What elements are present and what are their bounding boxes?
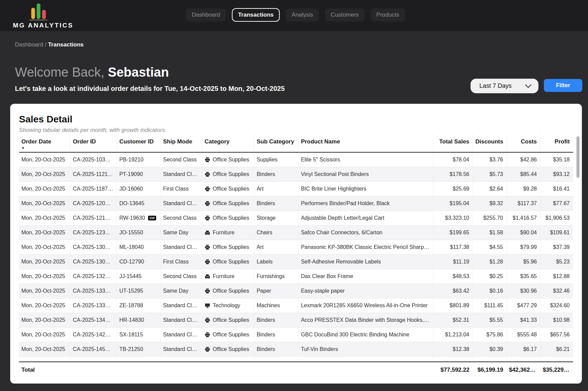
ship-mode-cell: Standard Class	[161, 167, 202, 182]
total-sales-cell: $1,213.04	[433, 328, 473, 342]
order-id-cell: CA-2025-120225	[70, 196, 117, 211]
scrollbar-thumb[interactable]	[576, 136, 580, 178]
sub-category-cell: Binders	[254, 196, 298, 211]
table-row[interactable]: Mon, 20-Oct-2025 CA-2025-130122 ML-18040…	[19, 240, 573, 255]
column-header-order-id[interactable]: Order ID	[70, 134, 117, 152]
ship-mode-cell: Standard Class	[161, 357, 202, 362]
table-row[interactable]: Mon, 20-Oct-2025 CA-2025-103132 PB-19210…	[19, 153, 573, 167]
order-date-cell: Mon, 20-Oct-2025	[19, 357, 70, 362]
table-row[interactable]: Mon, 20-Oct-2025 CA-2025-142887 SX-18115…	[19, 328, 573, 342]
discounts-cell: $0.39	[473, 342, 507, 357]
category-cell: Office Supplies	[202, 167, 254, 182]
table-row[interactable]: Mon, 20-Oct-2025 CA-2025-112119 PT-19090…	[19, 167, 573, 182]
nav-tab-transactions[interactable]: Transactions	[232, 8, 280, 22]
total-costs-value: $42,362.53	[507, 362, 540, 377]
nav-tab-products[interactable]: Products	[371, 8, 405, 21]
table-row[interactable]: Mon, 20-Oct-2025 CA-2025-134243 HR-14830…	[19, 313, 573, 328]
table-row[interactable]: Mon, 20-Oct-2025 CA-2025-156116 RC-10825…	[19, 357, 573, 362]
column-header-discounts[interactable]: Discounts	[473, 134, 507, 152]
order-id-cell: CA-2025-130527	[70, 255, 117, 269]
column-header-ship-mode[interactable]: Ship Mode	[161, 134, 202, 152]
armchair-icon	[205, 230, 210, 235]
sort-desc-icon: ▼	[21, 146, 67, 150]
breadcrumb-separator: /	[45, 41, 48, 48]
profit-cell: $93.12	[540, 167, 573, 182]
total-sales-cell: $48.53	[433, 269, 473, 284]
order-id-cell: CA-2025-103132	[70, 153, 117, 167]
product-name-cell: GBC DocuBind 300 Electric Binding Machin…	[298, 328, 433, 342]
table-row[interactable]: Mon, 20-Oct-2025 CA-2025-130527 CD-12790…	[19, 255, 573, 269]
product-name-cell: Adjustable Depth Letter/Legal Cart	[298, 211, 433, 226]
monitor-icon	[205, 303, 210, 308]
column-header-costs[interactable]: Costs	[507, 134, 540, 152]
discounts-cell: $4.55	[473, 240, 507, 255]
column-header-profit[interactable]: Profit	[540, 134, 573, 152]
profit-cell: $37.39	[540, 240, 573, 255]
table-row[interactable]: Mon, 20-Oct-2025 CA-2025-121357 RW-19630…	[19, 211, 573, 226]
table-row[interactable]: Mon, 20-Oct-2025 CA-2025-118761 JD-16060…	[19, 182, 573, 196]
welcome-user-name: Sebastian	[108, 65, 169, 79]
column-header-category[interactable]: Category	[202, 134, 254, 152]
breadcrumb-parent[interactable]: Dashboard	[15, 41, 43, 48]
category-cell: Office Supplies	[202, 211, 254, 226]
product-name-cell: Digium D40 VoIP phone	[298, 357, 433, 362]
column-header-customer-id[interactable]: Customer ID	[117, 134, 161, 152]
costs-cell: $35.65	[507, 269, 540, 284]
category-cell: Office Supplies	[202, 255, 254, 269]
column-header-order-date[interactable]: Order Date ▼	[19, 134, 70, 152]
total-sales-cell: $178.56	[433, 167, 473, 182]
sub-category-cell: Art	[254, 182, 298, 196]
total-sales-cell: $25.69	[433, 182, 473, 196]
date-range-select[interactable]: Last 7 Days	[471, 79, 538, 93]
category-cell: Office Supplies	[202, 342, 254, 357]
costs-cell: $555.48	[507, 328, 540, 342]
order-id-cell: CA-2025-130122	[70, 240, 117, 255]
profit-cell: $5.23	[540, 255, 573, 269]
table-scroll-viewport[interactable]: Mon, 20-Oct-2025 CA-2025-103132 PB-19210…	[19, 153, 573, 361]
costs-cell: $85.44	[507, 167, 540, 182]
ship-mode-cell: Standard Class	[161, 240, 202, 255]
table-row[interactable]: Mon, 20-Oct-2025 CA-2025-132531 JJ-15445…	[19, 269, 573, 284]
order-date-cell: Mon, 20-Oct-2025	[19, 240, 70, 255]
customer-id-cell: UT-15295	[117, 284, 161, 298]
order-date-cell: Mon, 20-Oct-2025	[19, 328, 70, 342]
card-title: Sales Detail	[19, 114, 573, 125]
order-id-cell: CA-2025-142887	[70, 328, 117, 342]
logo-bar-yellow	[31, 8, 35, 19]
column-header-sub-category[interactable]: Sub Category	[254, 134, 298, 152]
total-sales-cell: $207.38	[433, 357, 473, 362]
filter-button[interactable]: Filter	[544, 79, 582, 92]
armchair-icon	[205, 274, 210, 279]
nav-tab-customers[interactable]: Customers	[325, 8, 364, 21]
column-header-total-sales[interactable]: Total Sales	[433, 134, 473, 152]
customer-id-cell: RC-10825	[117, 357, 161, 362]
order-id-cell: CA-2025-133198	[70, 284, 117, 298]
table-body: Mon, 20-Oct-2025 CA-2025-103132 PB-19210…	[19, 153, 573, 361]
order-id-cell: CA-2025-118761	[70, 182, 117, 196]
order-date-cell: Mon, 20-Oct-2025	[19, 269, 70, 284]
costs-cell: $30.96	[507, 284, 540, 298]
table-row[interactable]: Mon, 20-Oct-2025 CA-2025-123632 JO-15550…	[19, 226, 573, 240]
ship-mode-cell: Standard Class	[161, 328, 202, 342]
order-id-cell: CA-2025-112119	[70, 167, 117, 182]
column-header-product-name[interactable]: Product Name	[298, 134, 433, 152]
table-row[interactable]: Mon, 20-Oct-2025 CA-2025-120225 DO-13645…	[19, 196, 573, 211]
customer-id-cell: ML-18040	[117, 240, 161, 255]
discounts-cell: $9.32	[473, 196, 507, 211]
costs-cell: $41.33	[507, 313, 540, 328]
sub-category-cell: Binders	[254, 342, 298, 357]
table-row[interactable]: Mon, 20-Oct-2025 CA-2025-145834 TB-21250…	[19, 342, 573, 357]
product-name-cell: Acco PRESSTEX Data Binder with Storage H…	[298, 313, 433, 328]
total-sales-cell: $117.38	[433, 240, 473, 255]
total-discounts-value: $6,199.19	[473, 362, 507, 377]
discounts-cell: $1.28	[473, 255, 507, 269]
order-id-cell: CA-2025-133226	[70, 298, 117, 313]
bar-chart-logo-icon	[13, 3, 64, 19]
discounts-cell: $5.55	[473, 313, 507, 328]
nav-tab-dashboard[interactable]: Dashboard	[186, 8, 226, 21]
table-row[interactable]: Mon, 20-Oct-2025 CA-2025-133198 UT-15295…	[19, 284, 573, 298]
table-row[interactable]: Mon, 20-Oct-2025 CA-2025-133226 ZE-18788…	[19, 298, 573, 313]
order-date-cell: Mon, 20-Oct-2025	[19, 298, 70, 313]
nav-tab-analysis[interactable]: Analysis	[286, 8, 319, 21]
chevron-down-icon	[525, 84, 532, 88]
